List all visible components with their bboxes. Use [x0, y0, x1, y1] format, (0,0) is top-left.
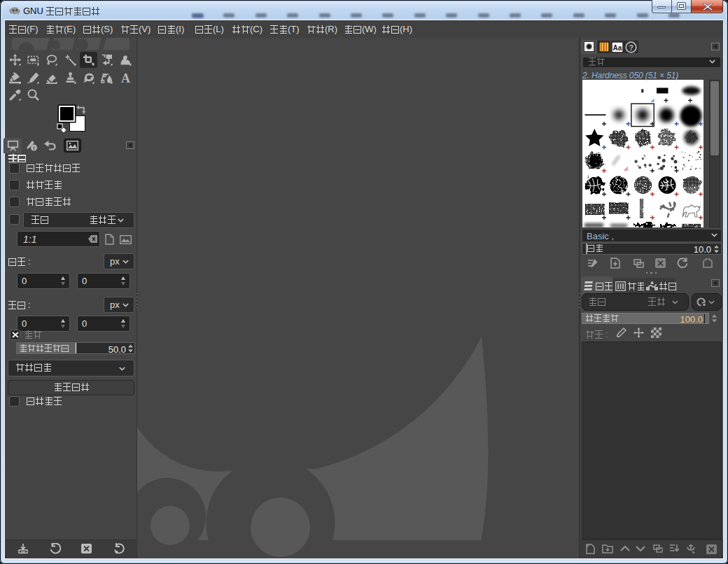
svg-text:?: ?: [629, 43, 634, 52]
svg-text:i: i: [33, 145, 34, 151]
svg-text:A: A: [121, 72, 130, 84]
svg-text:Aa: Aa: [613, 44, 622, 52]
